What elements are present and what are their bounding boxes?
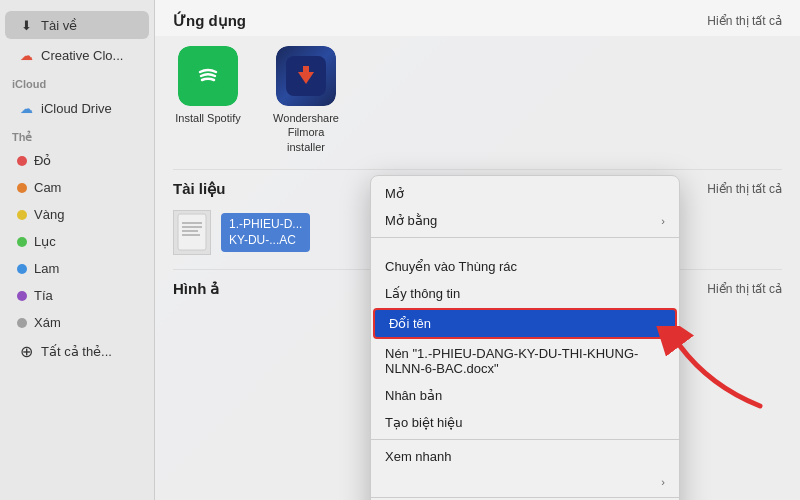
sidebar-item-tag-tia[interactable]: Tía — [5, 283, 149, 308]
tag-lam-label: Lam — [34, 261, 59, 276]
tag-dot-gray — [17, 318, 27, 328]
menu-nhan-ban-label: Nén "1.-PHIEU-DANG-KY-DU-THI-KHUNG-NLNN-… — [385, 346, 665, 376]
submenu-chevron-mo-bang: › — [661, 215, 665, 227]
tag-xam-label: Xám — [34, 315, 61, 330]
menu-sao-chep-label: Xem nhanh — [385, 449, 452, 464]
menu-item-mo-bang[interactable]: Mở bằng › — [371, 207, 679, 234]
sidebar-icloud-drive-label: iCloud Drive — [41, 101, 112, 116]
creative-cloud-icon: ☁ — [17, 46, 35, 64]
sidebar-section-tags: Thẻ — [0, 123, 154, 147]
menu-item-chia-se[interactable]: › — [371, 470, 679, 494]
menu-lay-thong-tin-label: Chuyển vào Thùng rác — [385, 259, 517, 274]
tag-do-label: Đỏ — [34, 153, 51, 168]
tag-cam-label: Cam — [34, 180, 61, 195]
sidebar-item-tag-luc[interactable]: Lục — [5, 229, 149, 254]
menu-mo-bang-label: Mở bằng — [385, 213, 437, 228]
sidebar: ⬇ Tài về ☁ Creative Clo... iCloud ☁ iClo… — [0, 0, 155, 500]
tag-dot-yellow — [17, 210, 27, 220]
menu-tao-biet-hieu-label: Nhân bản — [385, 388, 442, 403]
tag-dot-red — [17, 156, 27, 166]
context-menu-overlay: Mở Mở bằng › Chuyển vào Thùng rác Lấy th… — [155, 0, 800, 500]
menu-nen-label: Đổi tên — [389, 316, 431, 331]
menu-item-thung-rac[interactable] — [371, 241, 679, 253]
sidebar-item-tag-lam[interactable]: Lam — [5, 256, 149, 281]
menu-item-nhan-ban[interactable]: Nén "1.-PHIEU-DANG-KY-DU-THI-KHUNG-NLNN-… — [371, 340, 679, 382]
sidebar-item-all-tags[interactable]: ⊕ Tất cả thẻ... — [5, 337, 149, 365]
tag-vang-label: Vàng — [34, 207, 64, 222]
menu-item-nen[interactable]: Đổi tên — [373, 308, 677, 339]
separator-1 — [371, 237, 679, 238]
sidebar-section-icloud: iCloud — [0, 70, 154, 93]
sidebar-item-icloud-drive[interactable]: ☁ iCloud Drive — [5, 94, 149, 122]
main-content: Ứng dụng Hiển thị tất cả Install Spotify — [155, 0, 800, 500]
sidebar-item-tag-do[interactable]: Đỏ — [5, 148, 149, 173]
menu-xem-nhanh-label: Tạo biệt hiệu — [385, 415, 462, 430]
menu-doi-ten-label: Lấy thông tin — [385, 286, 460, 301]
tag-all-label: Tất cả thẻ... — [41, 344, 112, 359]
icloud-drive-icon: ☁ — [17, 99, 35, 117]
tag-dot-purple — [17, 291, 27, 301]
sidebar-item-downloads[interactable]: ⬇ Tài về — [5, 11, 149, 39]
sidebar-downloads-label: Tài về — [41, 18, 77, 33]
menu-item-lay-thong-tin[interactable]: Chuyển vào Thùng rác — [371, 253, 679, 280]
downloads-icon: ⬇ — [17, 16, 35, 34]
sidebar-item-creative-cloud[interactable]: ☁ Creative Clo... — [5, 41, 149, 69]
tag-dot-blue — [17, 264, 27, 274]
submenu-chevron-chia-se: › — [661, 476, 665, 488]
sidebar-item-tag-cam[interactable]: Cam — [5, 175, 149, 200]
separator-2 — [371, 439, 679, 440]
menu-item-xem-nhanh[interactable]: Tạo biệt hiệu — [371, 409, 679, 436]
context-menu: Mở Mở bằng › Chuyển vào Thùng rác Lấy th… — [370, 175, 680, 500]
tag-dot-green — [17, 237, 27, 247]
sidebar-creative-cloud-label: Creative Clo... — [41, 48, 123, 63]
menu-item-doi-ten[interactable]: Lấy thông tin — [371, 280, 679, 307]
menu-item-tao-biet-hieu[interactable]: Nhân bản — [371, 382, 679, 409]
all-tags-icon: ⊕ — [17, 342, 35, 360]
menu-item-sao-chep[interactable]: Xem nhanh — [371, 443, 679, 470]
tag-dot-orange — [17, 183, 27, 193]
separator-3 — [371, 497, 679, 498]
sidebar-item-tag-vang[interactable]: Vàng — [5, 202, 149, 227]
menu-item-mo[interactable]: Mở — [371, 180, 679, 207]
sidebar-item-tag-xam[interactable]: Xám — [5, 310, 149, 335]
tag-luc-label: Lục — [34, 234, 56, 249]
tag-tia-label: Tía — [34, 288, 53, 303]
menu-mo-label: Mở — [385, 186, 404, 201]
